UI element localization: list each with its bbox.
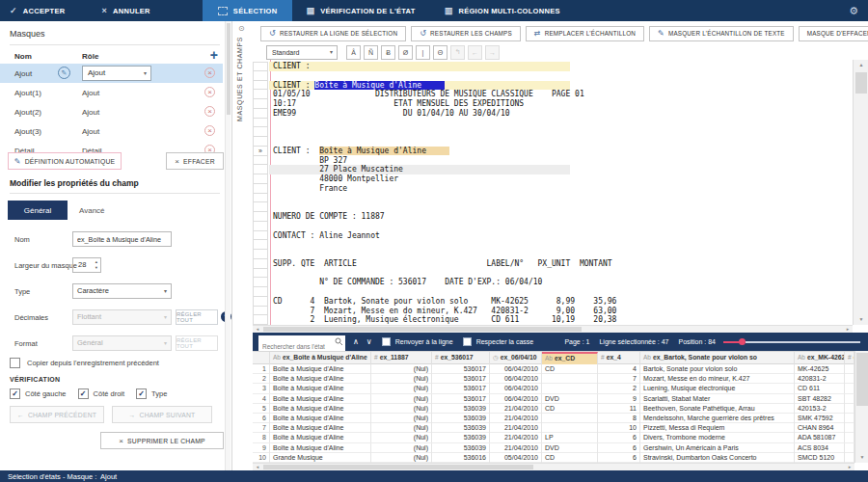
gutter-cell[interactable] [253, 81, 268, 91]
report-line[interactable]: 10:17 ETAT MENSUEL DES EXPEDITIONS [269, 99, 853, 109]
gutter-cell[interactable] [253, 250, 268, 259]
table-row[interactable]: 3Boîte à Musique d'Aline(Nul)53601706/04… [253, 384, 854, 393]
panel-scrollbar[interactable] [225, 21, 231, 470]
report-line[interactable]: CLIENT : Boîte à Musique d'Aline [269, 147, 853, 156]
mask-row[interactable]: Ajout(1)Ajout× [0, 83, 223, 102]
report-line[interactable]: 27 Place Muscatine [269, 165, 853, 174]
table-row[interactable]: 5Boîte à Musique d'Aline(Nul)53603921/04… [253, 404, 854, 414]
gutter-cell[interactable] [253, 240, 268, 250]
report-line[interactable] [269, 250, 853, 259]
scroll-up-icon[interactable]: ▲ [854, 60, 868, 70]
gutter-cell[interactable] [253, 231, 268, 241]
report-line[interactable]: SUPP. QTE ARTICLE LABEL/N° PX_UNIT MONTA… [269, 259, 853, 269]
accept-button[interactable]: ✓ ACCEPTER [0, 0, 75, 21]
report-line[interactable] [269, 71, 853, 81]
restore-fields-button[interactable]: ↺RESTAURER LES CHAMPS [411, 26, 521, 41]
report-line[interactable]: N° DE COMMANDE : 536017 DATE D'EXP.: 06/… [269, 278, 853, 287]
table-horizontal-scrollbar[interactable]: ◂ ▸ [253, 463, 854, 470]
gutter-cell[interactable] [253, 62, 268, 71]
gutter-cell[interactable] [253, 119, 268, 128]
report-line[interactable]: 2 Luening, Musique électronique CD 611 1… [269, 315, 853, 325]
report-line[interactable] [269, 127, 853, 137]
report-line[interactable] [269, 222, 853, 231]
scrollbar-thumb[interactable] [855, 72, 867, 94]
table-row[interactable]: 10Grande Musique(Nul)53601605/04/2010CD6… [253, 453, 854, 463]
mask-width-stepper[interactable]: 28 ▴▾ [72, 257, 101, 273]
gutter-cell[interactable] [253, 156, 268, 166]
report-line[interactable] [269, 202, 853, 212]
field-name-input[interactable] [72, 231, 172, 247]
table-column-header[interactable]: #ex_11887 [371, 352, 432, 364]
report-line[interactable]: BP 327 [269, 156, 853, 166]
gutter-cell[interactable] [253, 212, 268, 222]
style-select[interactable]: Standard ▾ [266, 45, 338, 60]
position-slider[interactable] [723, 333, 860, 351]
blank-trap-button[interactable]: Ƀ [381, 45, 395, 60]
gutter-cell[interactable] [253, 137, 268, 147]
report-line[interactable] [269, 137, 853, 147]
checked-checkbox[interactable]: ✓ [10, 388, 20, 399]
tab-multicolumn-region[interactable]: ▥ RÉGION MULTI-COLONNES [435, 0, 570, 21]
gutter-cell[interactable]: » [253, 147, 268, 156]
table-column-header[interactable]: #e [845, 352, 854, 364]
scroll-right-icon[interactable]: ▸ [845, 464, 854, 470]
report-line[interactable]: CLIENT : Boîte à Musique d'Aline [269, 81, 853, 91]
table-vertical-scrollbar[interactable]: ▼ [854, 351, 868, 463]
gutter-cell[interactable] [253, 165, 268, 174]
report-line[interactable]: CLIENT : [269, 62, 853, 71]
cancel-button[interactable]: × ANNULER [93, 0, 160, 21]
report-line[interactable] [269, 269, 853, 279]
gutter-cell[interactable] [253, 287, 268, 297]
report-line[interactable]: EME99 DU 01/04/10 AU 30/04/10 [269, 109, 853, 119]
gutter-cell[interactable] [253, 184, 268, 194]
scroll-left-icon[interactable]: ◂ [253, 326, 262, 333]
gutter-cell[interactable] [253, 222, 268, 231]
scroll-left-icon[interactable]: ◂ [253, 464, 262, 470]
scrollbar-thumb[interactable] [263, 327, 582, 332]
type-select[interactable]: Caractère ▾ [72, 283, 172, 299]
scrollbar-thumb[interactable] [227, 23, 231, 115]
table-column-header[interactable]: Abex_MK-42625 [795, 352, 845, 364]
copy-previous-checkbox[interactable] [10, 358, 20, 368]
report-line[interactable] [269, 194, 853, 203]
table-column-header[interactable]: #ex_536017 [432, 352, 490, 364]
search-next-icon[interactable]: ∨ [366, 337, 372, 346]
report-line[interactable]: 7 Mozart, Messe en do mineur, K.427 4208… [269, 307, 853, 316]
gutter-cell[interactable] [253, 99, 268, 109]
tab-selection[interactable]: SÉLECTION [203, 0, 293, 21]
tab-general[interactable]: Général [8, 201, 68, 220]
table-column-header[interactable]: #ex_4 [598, 352, 640, 364]
gutter-cell[interactable] [253, 202, 268, 212]
numeric-or-blank-trap-button[interactable]: Θ [433, 45, 448, 60]
replace-sample-button[interactable]: ⇄REMPLACER L'ÉCHANTILLON [526, 26, 644, 41]
numeric-trap-button[interactable]: Ñ [364, 45, 378, 60]
mask-row[interactable]: Ajout✎Ajout▾× [0, 64, 223, 83]
stepper-arrows-icon[interactable]: ▴▾ [95, 259, 97, 271]
mask-row[interactable]: Ajout(2)Ajout× [0, 102, 223, 121]
report-line[interactable] [269, 287, 853, 297]
scroll-right-icon[interactable]: ▸ [843, 326, 853, 333]
gutter-cell[interactable] [253, 297, 268, 307]
tab-advanced[interactable]: Avancé [79, 206, 105, 215]
delete-mask-icon[interactable]: × [204, 87, 215, 97]
gutter-cell[interactable] [253, 259, 268, 269]
table-row[interactable]: 9Boîte à Musique d'Aline(Nul)53603921/04… [253, 443, 854, 453]
delete-mask-icon[interactable]: × [204, 67, 215, 78]
delete-mask-icon[interactable]: × [204, 106, 215, 117]
tab-report-verification[interactable]: ▤ VÉRIFICATION DE L'ÉTAT [296, 0, 424, 21]
table-row[interactable]: 7Boîte à Musique d'Aline(Nul)53603921/04… [253, 423, 854, 433]
table-row[interactable]: 2Boîte à Musique d'Aline(Nul)53601706/04… [253, 374, 854, 384]
search-previous-icon[interactable]: ∧ [353, 337, 359, 346]
gutter-cell[interactable] [253, 109, 268, 119]
table-column-header[interactable]: ◷ex_06/04/10 [490, 352, 542, 364]
scroll-down-icon[interactable]: ▼ [854, 314, 868, 325]
report-line[interactable] [269, 119, 853, 128]
delete-mask-icon[interactable]: × [204, 125, 215, 136]
checked-checkbox[interactable]: ✓ [78, 388, 89, 399]
gutter-cell[interactable] [253, 194, 268, 203]
gutter-cell[interactable] [253, 315, 268, 325]
report-line[interactable]: NUMERO DE COMPTE : 11887 [269, 212, 853, 222]
table-row[interactable]: 8Boîte à Musique d'Aline(Nul)53603921/04… [253, 433, 854, 442]
gutter-cell[interactable] [253, 174, 268, 184]
report-view[interactable]: » CLIENT : CLIENT : Boîte à Musique d'Al… [253, 60, 853, 325]
